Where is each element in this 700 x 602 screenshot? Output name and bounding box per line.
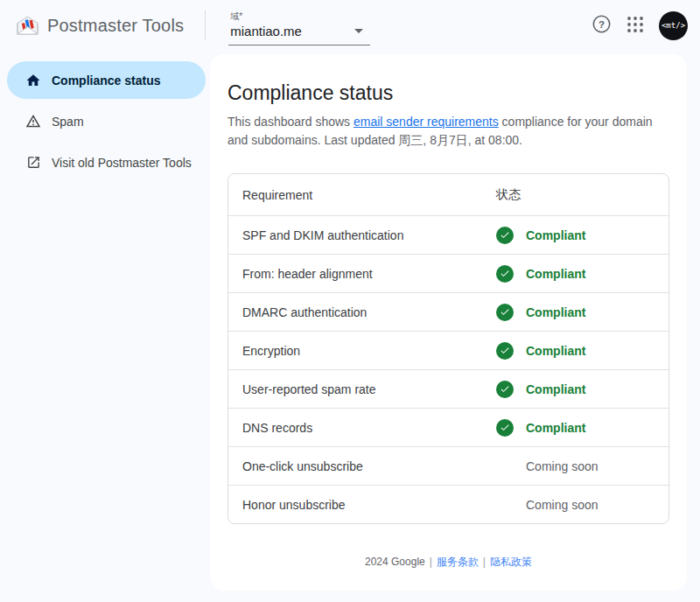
status-cell: Compliant — [496, 419, 585, 437]
main-layout: Compliance status Spam Visit old Postmas… — [0, 51, 700, 602]
requirement-cell: SPF and DKIM authentication — [228, 228, 496, 242]
compliance-table-body: SPF and DKIM authentication Compliant Fr… — [228, 215, 668, 523]
sidebar-item-old-postmaster-tools[interactable]: Visit old Postmaster Tools — [7, 144, 206, 181]
postmaster-logo-icon — [16, 15, 39, 36]
requirement-cell: User-reported spam rate — [228, 382, 496, 396]
account-avatar[interactable]: <mt/> — [659, 11, 688, 40]
table-row: Honor unsubscribe Coming soon — [228, 485, 668, 523]
help-icon: ? — [592, 14, 612, 37]
status-text: Compliant — [526, 344, 585, 358]
page-footer: 2024 Google|服务条款|隐私政策 — [210, 555, 687, 570]
sidebar: Compliance status Spam Visit old Postmas… — [0, 51, 210, 185]
compliant-check-icon — [496, 227, 514, 244]
table-row: DMARC authentication Compliant — [228, 292, 668, 331]
status-text: Compliant — [526, 382, 585, 396]
requirement-cell: DMARC authentication — [228, 305, 496, 319]
external-link-icon — [25, 155, 41, 170]
status-cell: Compliant — [496, 304, 585, 321]
footer-separator: | — [430, 556, 432, 568]
status-cell: Compliant — [496, 265, 585, 283]
content-card: Compliance status This dashboard shows e… — [210, 54, 687, 591]
brand: Postmaster Tools — [16, 15, 184, 36]
table-row: One-click unsubscribe Coming soon — [228, 446, 668, 485]
status-text: Coming soon — [526, 459, 598, 473]
requirement-column-header: Requirement — [228, 188, 496, 202]
compliant-check-icon — [496, 419, 514, 437]
compliance-table: Requirement 状态 SPF and DKIM authenticati… — [228, 173, 669, 524]
compliant-check-icon — [496, 342, 514, 360]
sidebar-item-label: Spam — [52, 115, 84, 129]
topbar: Postmaster Tools 域* miantiao.me ? — [0, 0, 700, 51]
app-title: Postmaster Tools — [47, 16, 184, 36]
topbar-divider — [205, 10, 206, 40]
privacy-policy-link[interactable]: 隐私政策 — [490, 556, 532, 568]
footer-copyright: 2024 Google — [365, 556, 425, 568]
table-header-row: Requirement 状态 — [228, 174, 668, 215]
requirement-cell: Encryption — [228, 344, 496, 358]
apps-grid-button[interactable] — [626, 16, 644, 36]
terms-of-service-link[interactable]: 服务条款 — [437, 556, 479, 568]
table-row: SPF and DKIM authentication Compliant — [228, 215, 668, 254]
description-text-before: This dashboard shows — [228, 115, 354, 129]
domain-selector-label: 域* — [230, 10, 368, 23]
warning-icon — [25, 113, 41, 130]
sidebar-item-compliance-status[interactable]: Compliance status — [7, 61, 206, 99]
status-text: Coming soon — [526, 498, 598, 512]
page-title: Compliance status — [228, 81, 669, 105]
compliant-check-icon — [496, 381, 514, 398]
email-sender-requirements-link[interactable]: email sender requirements — [354, 115, 499, 129]
domain-selector-value: miantiao.me — [230, 24, 302, 38]
sidebar-item-label: Visit old Postmaster Tools — [52, 156, 192, 170]
table-row: From: header alignment Compliant — [228, 254, 668, 292]
home-icon — [25, 73, 41, 88]
page-description: This dashboard shows email sender requir… — [228, 113, 669, 150]
table-row: Encryption Compliant — [228, 331, 668, 369]
dropdown-caret-icon — [354, 29, 363, 33]
requirement-cell: One-click unsubscribe — [228, 459, 496, 473]
status-cell: Compliant — [496, 342, 585, 360]
status-text: Compliant — [526, 421, 585, 435]
status-column-header: 状态 — [496, 187, 521, 203]
help-button[interactable]: ? — [592, 14, 612, 37]
status-cell: Coming soon — [496, 458, 598, 475]
requirement-cell: DNS records — [228, 421, 496, 435]
footer-separator: | — [483, 556, 486, 568]
table-row: DNS records Compliant — [228, 408, 668, 446]
apps-grid-icon — [626, 16, 644, 36]
compliant-check-icon — [496, 265, 514, 283]
status-cell: Compliant — [496, 381, 585, 398]
status-text: Compliant — [526, 267, 585, 281]
status-cell: Compliant — [496, 227, 585, 244]
domain-selector[interactable]: 域* miantiao.me — [228, 6, 370, 46]
requirement-cell: Honor unsubscribe — [228, 498, 496, 512]
status-cell: Coming soon — [496, 496, 598, 514]
svg-text:?: ? — [598, 19, 605, 30]
status-text: Compliant — [526, 228, 585, 242]
topbar-actions: ? <mt/> — [592, 11, 688, 40]
status-text: Compliant — [526, 305, 585, 319]
sidebar-item-label: Compliance status — [52, 74, 160, 88]
table-row: User-reported spam rate Compliant — [228, 369, 668, 408]
compliant-check-icon — [496, 304, 514, 321]
sidebar-item-spam[interactable]: Spam — [7, 102, 206, 140]
requirement-cell: From: header alignment — [228, 267, 496, 281]
